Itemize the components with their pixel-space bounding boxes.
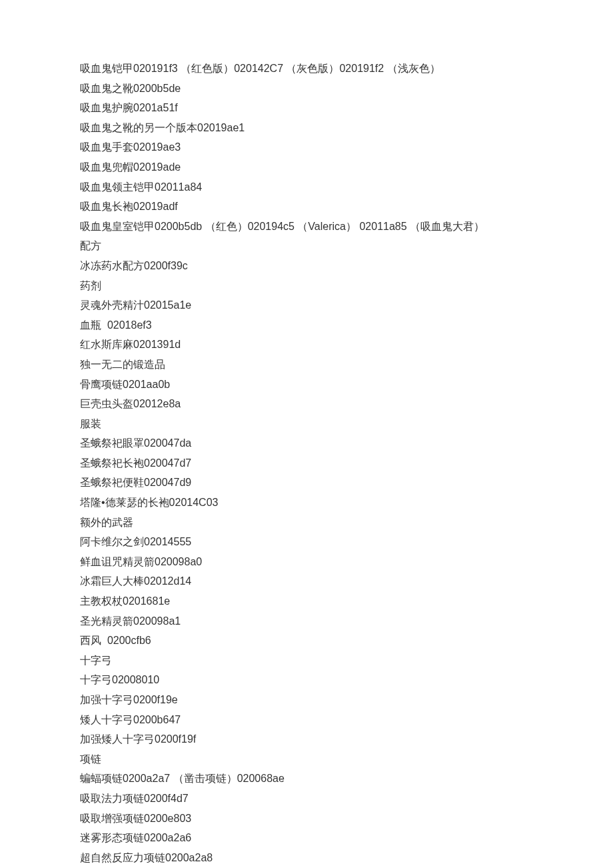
text-line: 吸血鬼之靴0200b5de xyxy=(80,79,533,99)
text-line: 红水斯库麻0201391d xyxy=(80,335,533,355)
text-line: 吸血鬼护腕0201a51f xyxy=(80,98,533,118)
text-line: 十字弓02008010 xyxy=(80,670,533,690)
text-line: 吸血鬼领主铠甲02011a84 xyxy=(80,177,533,197)
text-line: 蝙蝠项链0200a2a7 （凿击项链）020068ae xyxy=(80,769,533,789)
text-line: 冰霜巨人大棒02012d14 xyxy=(80,571,533,591)
text-line: 骨鹰项链0201aa0b xyxy=(80,375,533,395)
text-line: 吸血鬼铠甲020191f3 （红色版）020142C7 （灰色版）020191f… xyxy=(80,59,533,79)
document-page: 吸血鬼铠甲020191f3 （红色版）020142C7 （灰色版）020191f… xyxy=(0,0,613,868)
text-line: 加强矮人十字弓0200f19f xyxy=(80,729,533,749)
text-line: 圣蛾祭祀眼罩020047da xyxy=(80,433,533,453)
text-line: 西风 0200cfb6 xyxy=(80,631,533,651)
text-line: 独一无二的锻造品 xyxy=(80,355,533,375)
text-line: 吸取增强项链0200e803 xyxy=(80,809,533,829)
text-line: 阿卡维尔之剑02014555 xyxy=(80,532,533,552)
text-line: 巨壳虫头盔02012e8a xyxy=(80,394,533,414)
text-line: 吸血鬼之靴的另一个版本02019ae1 xyxy=(80,118,533,138)
text-line: 服装 xyxy=(80,414,533,434)
text-line: 鲜血诅咒精灵箭020098a0 xyxy=(80,552,533,572)
text-line: 额外的武器 xyxy=(80,513,533,533)
text-line: 项链 xyxy=(80,749,533,769)
text-line: 配方 xyxy=(80,236,533,256)
text-line: 迷雾形态项链0200a2a6 xyxy=(80,828,533,848)
text-line: 超自然反应力项链0200a2a8 xyxy=(80,848,533,868)
text-line: 圣光精灵箭020098a1 xyxy=(80,611,533,631)
text-line: 主教权杖0201681e xyxy=(80,591,533,611)
text-line: 吸血鬼兜帽02019ade xyxy=(80,157,533,177)
text-line: 矮人十字弓0200b647 xyxy=(80,710,533,730)
text-line: 吸取法力项链0200f4d7 xyxy=(80,789,533,809)
text-line: 冰冻药水配方0200f39c xyxy=(80,256,533,276)
text-line: 吸血鬼皇室铠甲0200b5db （红色）020194c5 （Valerica） … xyxy=(80,217,533,237)
text-line: 灵魂外壳精汁02015a1e xyxy=(80,295,533,315)
text-line: 加强十字弓0200f19e xyxy=(80,690,533,710)
text-line: 药剂 xyxy=(80,276,533,296)
text-line: 吸血鬼长袍02019adf xyxy=(80,197,533,217)
text-line: 圣蛾祭祀长袍020047d7 xyxy=(80,453,533,473)
text-line: 塔隆•德莱瑟的长袍02014C03 xyxy=(80,493,533,513)
text-line: 圣蛾祭祀便鞋020047d9 xyxy=(80,473,533,493)
text-line: 血瓶 02018ef3 xyxy=(80,315,533,335)
text-line: 吸血鬼手套02019ae3 xyxy=(80,137,533,157)
text-line: 十字弓 xyxy=(80,651,533,671)
